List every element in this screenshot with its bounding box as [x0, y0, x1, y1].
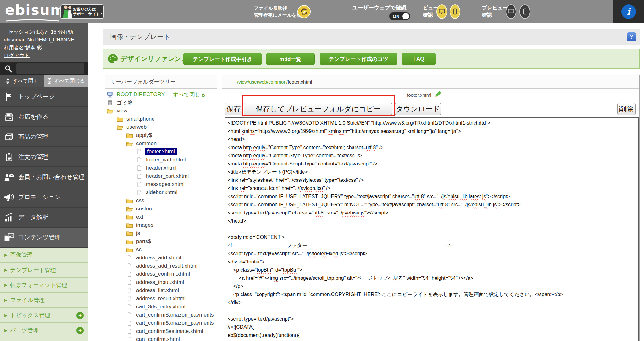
submenu-item-トピックス管理[interactable]: ▶トピックス管理+ [0, 308, 88, 323]
sidebar-item-注文の管理[interactable]: 注文の管理 [0, 147, 88, 167]
code-line: <p class="topBtn" id="topBtn"> [228, 266, 636, 274]
tree-node-cart_confirm$amazon_payments[interactable]: cart_confirm$amazon_payments [105, 319, 217, 327]
tree-node-label: apply$ [136, 132, 152, 138]
tree-node-label: cart_confirm$estimate.xhtml [136, 328, 203, 334]
code-line: </p> [228, 282, 636, 290]
smartphone-icon [522, 8, 528, 15]
tree-node-cart_confirm.xhtml[interactable]: cart_confirm.xhtml [105, 335, 217, 341]
submenu-item-帳票フォーマット管理[interactable]: ▶帳票フォーマット管理 [0, 278, 88, 293]
support-site-banner[interactable]: お困りの方は サポートサイトへ [60, 4, 104, 19]
tree-node-custom[interactable]: custom [105, 205, 217, 213]
support-banner-line2: サポートサイトへ [73, 12, 104, 16]
tree-node-address_confirm.xhtml[interactable]: address_confirm.xhtml [105, 270, 217, 278]
tree-node-sidebar.xhtml[interactable]: sidebar.xhtml [105, 188, 217, 197]
open-all-label: すべて開く [13, 78, 38, 84]
template-editor-panel: /view/userweb/common/footer.xhtml footer… [222, 75, 640, 341]
tree-node-footer_cart.xhtml[interactable]: footer_cart.xhtml [105, 156, 217, 164]
tree-node-header_cart.xhtml[interactable]: header_cart.xhtml [105, 172, 217, 180]
tree-node-ext[interactable]: ext [105, 213, 217, 221]
tree-collapse-all-link[interactable]: すべて閉じる [173, 91, 206, 98]
tree-node-common[interactable]: common [105, 139, 217, 148]
search-input[interactable] [16, 63, 84, 74]
tree-node-cart_confirm$amazon_payments[interactable]: cart_confirm$amazon_payments [105, 311, 217, 319]
toolbar-button-FAQ[interactable]: FAQ [402, 53, 436, 65]
root-directory-label[interactable]: ROOT DIRECTORY [117, 91, 165, 98]
submenu-item-label: ファイル管理 [10, 296, 45, 304]
file-icon [126, 296, 133, 301]
sidebar-item-データ解析[interactable]: データ解析 [0, 208, 88, 228]
tree-body: ROOT DIRECTORY すべて閉じる ゴミ箱viewsmartphoneu… [105, 89, 217, 341]
sidebar-item-お店を作る[interactable]: お店を作る [0, 107, 88, 127]
open-all-button[interactable]: すべて開く [0, 75, 44, 87]
page-title: 画像・テンプレート [110, 29, 170, 45]
submenu-item-テンプレート管理[interactable]: ▶テンプレート管理 [0, 263, 88, 278]
sidebar-item-トップページ[interactable]: トップページ [0, 87, 88, 107]
folder-icon [126, 247, 133, 253]
triangle-right-icon: ▶ [4, 283, 7, 287]
tree-node-ゴミ箱[interactable]: ゴミ箱 [105, 99, 217, 107]
userweb-toggle[interactable]: ON [389, 12, 410, 20]
expand-collapse-row: すべて開く すべて閉じる [0, 75, 88, 87]
submenu-item-パーツ管理[interactable]: ▶パーツ管理+ [0, 323, 88, 338]
smartphone-icon [452, 8, 458, 15]
submenu-item-画像管理[interactable]: ▶画像管理 [0, 248, 88, 263]
code-line: eb$(document).ready(function(){ [228, 331, 636, 339]
tree-node-address_result.xhtml[interactable]: address_result.xhtml [105, 295, 217, 303]
tree-node-js[interactable]: js [105, 229, 217, 237]
code-editor[interactable]: <!DOCTYPE html PUBLIC "-//W3C//DTD XHTML… [225, 117, 639, 341]
file-icon [136, 190, 143, 195]
mail-refresh-icon[interactable] [297, 5, 311, 18]
sidebar-item-商品の管理[interactable]: 商品の管理 [0, 127, 88, 147]
tree-node-address_add.xhtml[interactable]: address_add.xhtml [105, 254, 217, 262]
folder-icon [126, 230, 133, 236]
sidebar-item-コンテンツ管理[interactable]: コンテンツ管理 [0, 228, 88, 248]
tree-node-css[interactable]: css [105, 197, 217, 205]
tree-node-label: messages.xhtml [146, 181, 185, 187]
tree-node-parts$[interactable]: parts$ [105, 237, 217, 246]
code-line: <div id="footer"> [228, 258, 636, 266]
logout-link[interactable]: ログアウト [4, 51, 30, 59]
info-icon[interactable]: i [621, 4, 636, 19]
tree-node-smartphone[interactable]: smartphone [105, 115, 217, 123]
delete-button[interactable]: 削除 [617, 103, 636, 115]
tree-node-footer.xhtml[interactable]: footer.xhtml [105, 148, 217, 156]
tree-node-header.xhtml[interactable]: header.xhtml [105, 164, 217, 172]
toolbar-button-テンプレート作成手引き[interactable]: テンプレート作成手引き [183, 53, 262, 65]
plus-icon[interactable]: + [76, 312, 84, 319]
tree-root-row[interactable]: ROOT DIRECTORY すべて閉じる [105, 90, 217, 99]
tree-node-apply$[interactable]: apply$ [105, 131, 217, 139]
tree-node-label: address_input.xhtml [136, 279, 184, 285]
tree-node-userweb[interactable]: userweb [105, 123, 217, 131]
submenu-item-ファイル管理[interactable]: ▶ファイル管理 [0, 293, 88, 308]
help-icon[interactable]: ? [627, 32, 636, 41]
download-button[interactable]: ダウンロード [395, 103, 441, 115]
save-and-copy-to-preview-button[interactable]: 保存してプレビューフォルダにコピー [244, 103, 392, 115]
file-icon [126, 279, 133, 285]
tree-node-address_list.xhtml[interactable]: address_list.xhtml [105, 286, 217, 295]
close-all-button[interactable]: すべて閉じる [44, 75, 88, 87]
toolbar-button-m:id一覧[interactable]: m:id一覧 [266, 53, 315, 65]
submenu-item-label: パーツ管理 [10, 327, 39, 334]
toolbar-button-テンプレート作成のコツ[interactable]: テンプレート作成のコツ [320, 53, 397, 65]
plus-icon[interactable]: + [76, 327, 84, 334]
tree-node-address_input.xhtml[interactable]: address_input.xhtml [105, 278, 217, 286]
trash-icon [107, 100, 114, 106]
view-smartphone-button[interactable] [450, 4, 460, 19]
tree-node-view[interactable]: view [105, 107, 217, 115]
tree-node-address_add_result.xhtml[interactable]: address_add_result.xhtml [105, 262, 217, 270]
user-name: 利用者名:坂本 彩 [4, 44, 84, 51]
tree-node-label: address_add_result.xhtml [136, 263, 197, 269]
tree-node-cart_confirm$estimate.xhtml[interactable]: cart_confirm$estimate.xhtml [105, 327, 217, 335]
sidebar-item-会員・お問い合わせ管理[interactable]: 会員・お問い合わせ管理 [0, 167, 88, 187]
view-pc-button[interactable] [436, 4, 447, 19]
tree-node-images[interactable]: images [105, 221, 217, 229]
tree-node-messages.xhtml[interactable]: messages.xhtml [105, 180, 217, 188]
tree-node-cart_3ds_entry.xhtml[interactable]: cart_3ds_entry.xhtml [105, 303, 217, 311]
preview-pc-button[interactable] [506, 4, 516, 19]
save-button[interactable]: 保存 [225, 103, 243, 115]
file-icon [126, 320, 133, 326]
sidebar-item-プロモーション[interactable]: プロモーション [0, 187, 88, 208]
preview-smartphone-button[interactable] [519, 4, 530, 19]
code-line: <body m:id='CONTENT'> [228, 233, 636, 241]
tree-node-sc[interactable]: sc [105, 246, 217, 254]
